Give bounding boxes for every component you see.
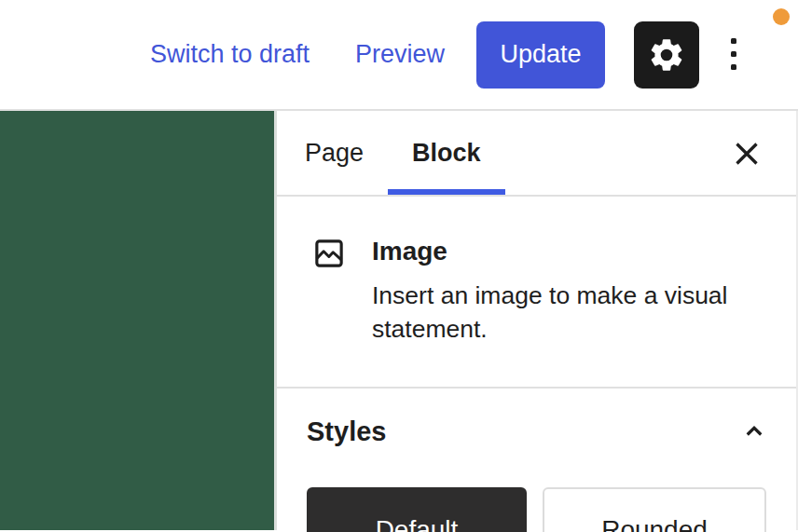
kebab-menu-icon [728,36,739,74]
close-icon [730,137,764,171]
switch-to-draft-link[interactable]: Switch to draft [150,40,310,69]
tab-block-label: Block [412,139,481,168]
styles-section: Styles Default Rounded [277,389,796,532]
editor-top-bar: Switch to draft Preview Update [0,0,798,111]
chevron-up-icon [740,417,768,445]
block-title: Image [372,237,749,266]
editor-main: Page Block [0,111,798,530]
style-option-rounded[interactable]: Rounded [543,487,766,532]
styles-panel-toggle[interactable]: Styles [307,413,766,450]
settings-toggle-button[interactable] [634,21,699,89]
collapse-styles-button[interactable] [734,411,775,452]
styles-title: Styles [307,416,386,447]
unsaved-changes-dot [773,8,790,25]
block-description: Insert an image to make a visual stateme… [372,279,749,346]
settings-sidebar: Page Block [274,111,798,530]
block-card: Image Insert an image to make a visual s… [277,197,796,389]
preview-link[interactable]: Preview [355,40,445,69]
image-block-icon [311,236,347,346]
close-sidebar-button[interactable] [725,132,768,175]
options-menu-button[interactable] [716,21,751,89]
tab-block[interactable]: Block [388,111,505,195]
gear-icon [647,35,686,75]
active-tab-underline [388,189,505,195]
style-option-default[interactable]: Default [307,487,527,532]
tab-page-label: Page [305,139,364,168]
style-options-row: Default Rounded [307,487,766,532]
block-card-text: Image Insert an image to make a visual s… [372,234,749,346]
tab-page[interactable]: Page [281,111,388,195]
update-button[interactable]: Update [476,21,605,89]
sidebar-tab-bar: Page Block [277,111,796,197]
editor-canvas-green-block[interactable] [0,111,274,530]
